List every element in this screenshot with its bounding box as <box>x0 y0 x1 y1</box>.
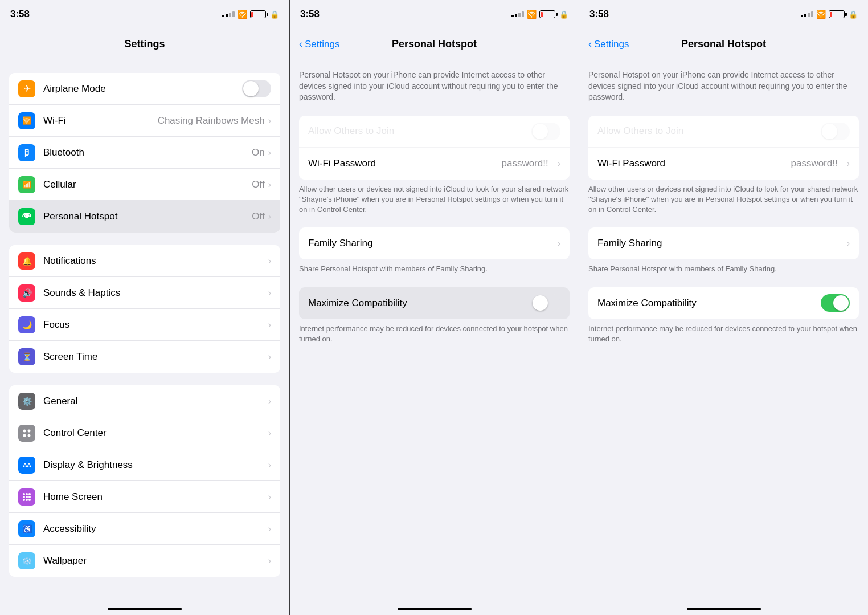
svg-point-13 <box>28 499 31 501</box>
back-button-3[interactable]: ‹ Settings <box>588 38 629 50</box>
accessibility-chevron: › <box>268 524 271 534</box>
compat-note-2: Internet performance may be reduced for … <box>299 324 570 344</box>
sounds-icon: 🔊 <box>18 284 35 302</box>
battery-icon-3 <box>829 10 845 18</box>
home-bar-1 <box>108 608 182 610</box>
section-system: ⚙️ General › Control Center › AA <box>0 385 289 577</box>
screen-time-chevron: › <box>268 352 271 362</box>
allow-others-toggle-3[interactable] <box>821 123 850 140</box>
row-accessibility[interactable]: ♿ Accessibility › <box>9 513 280 545</box>
nav-bar-3: ‹ Settings Personal Hotspot <box>579 28 868 60</box>
toggle-thumb <box>243 81 259 96</box>
signal-bar-2-3 <box>518 13 521 17</box>
back-label-3: Settings <box>594 39 629 50</box>
row-bluetooth[interactable]: Ꞵ Bluetooth On › <box>9 137 280 169</box>
toggle-thumb-2 <box>533 124 548 139</box>
signal-bar-3-1 <box>801 15 803 17</box>
status-bar-3: 3:58 🛜 🔒 <box>579 0 868 28</box>
row-wifi-password-3[interactable]: Wi-Fi Password password!! › <box>588 148 859 180</box>
row-cellular[interactable]: 📶 Cellular Off › <box>9 169 280 201</box>
row-allow-others-3[interactable]: Allow Others to Join <box>588 116 859 148</box>
screen-time-label: Screen Time <box>43 351 268 363</box>
row-sounds[interactable]: 🔊 Sounds & Haptics › <box>9 277 280 309</box>
signal-bar-3-3 <box>808 13 810 17</box>
allow-others-toggle-2[interactable] <box>531 123 560 140</box>
cellular-value: Off <box>252 179 264 190</box>
hotspot-note-2: Allow other users or devices not signed … <box>299 184 570 215</box>
display-chevron: › <box>268 460 271 470</box>
home-indicator-2 <box>290 596 579 615</box>
airplane-mode-toggle[interactable] <box>242 80 271 97</box>
bluetooth-value: On <box>252 147 265 158</box>
row-wallpaper[interactable]: ❄️ Wallpaper › <box>9 545 280 577</box>
hotspot-section-main-3: Allow Others to Join Wi-Fi Password pass… <box>579 116 868 180</box>
signal-bar-4 <box>232 11 235 17</box>
focus-icon: 🌙 <box>18 316 35 333</box>
hotspot-panel-on: 3:58 🛜 🔒 ‹ Settings Personal Hotspot Per… <box>579 0 868 615</box>
wifi-chevron: › <box>268 116 271 126</box>
row-family-sharing-3[interactable]: Family Sharing › <box>588 227 859 259</box>
row-screen-time[interactable]: ⏳ Screen Time › <box>9 341 280 373</box>
row-display-brightness[interactable]: AA Display & Brightness › <box>9 449 280 481</box>
row-airplane-mode[interactable]: ✈ Airplane Mode <box>9 73 280 105</box>
hotspot-section-family-3: Family Sharing › <box>579 227 868 259</box>
row-focus[interactable]: 🌙 Focus › <box>9 309 280 341</box>
row-family-sharing-2[interactable]: Family Sharing › <box>299 227 570 259</box>
row-control-center[interactable]: Control Center › <box>9 417 280 449</box>
hotspot-value: Off <box>252 211 264 222</box>
svg-point-11 <box>23 499 25 501</box>
row-maximize-compat-2[interactable]: Maximize Compatibility <box>299 287 570 319</box>
display-label: Display & Brightness <box>43 459 268 471</box>
signal-bar-3-2 <box>804 14 806 17</box>
accessibility-label: Accessibility <box>43 523 268 535</box>
row-wifi-password-2[interactable]: Wi-Fi Password password!! › <box>299 148 570 180</box>
status-bar-1: 3:58 🛜 🔒 <box>0 0 289 28</box>
back-chevron-2: ‹ <box>299 38 302 50</box>
maximize-compat-toggle-2[interactable] <box>531 294 560 312</box>
wallpaper-icon: ❄️ <box>18 552 35 569</box>
svg-point-6 <box>26 493 28 495</box>
group-connectivity: ✈ Airplane Mode 🛜 Wi-Fi Chasing Rainbows… <box>9 73 280 233</box>
allow-others-label-2: Allow Others to Join <box>308 125 525 137</box>
row-allow-others-2[interactable]: Allow Others to Join <box>299 116 570 148</box>
row-notifications[interactable]: 🔔 Notifications › <box>9 245 280 277</box>
battery-icon-1 <box>250 10 266 18</box>
svg-point-0 <box>25 215 28 218</box>
row-home-screen[interactable]: Home Screen › <box>9 481 280 513</box>
bluetooth-icon: Ꞵ <box>18 144 35 161</box>
notifications-icon: 🔔 <box>18 252 35 270</box>
maximize-compat-label-2: Maximize Compatibility <box>308 298 525 309</box>
control-center-chevron: › <box>268 428 271 438</box>
home-bar-3 <box>687 608 761 610</box>
status-icons-1: 🛜 🔒 <box>222 10 279 19</box>
status-time-1: 3:58 <box>10 9 30 20</box>
maximize-compat-label-3: Maximize Compatibility <box>597 298 814 309</box>
home-indicator-1 <box>0 596 289 615</box>
signal-bars-1 <box>222 11 235 17</box>
row-general[interactable]: ⚙️ General › <box>9 385 280 417</box>
toggle-thumb-3 <box>822 124 837 139</box>
hotspot-section-compat-2: Maximize Compatibility <box>290 287 579 319</box>
hotspot-label: Personal Hotspot <box>43 211 252 222</box>
svg-point-3 <box>23 434 26 437</box>
wifi-icon: 🛜 <box>18 112 35 129</box>
section-connectivity: ✈ Airplane Mode 🛜 Wi-Fi Chasing Rainbows… <box>0 73 289 233</box>
wallpaper-chevron: › <box>268 556 271 566</box>
airplane-mode-label: Airplane Mode <box>43 83 242 95</box>
control-center-label: Control Center <box>43 427 268 439</box>
back-button-2[interactable]: ‹ Settings <box>299 38 339 50</box>
hotspot-description-2: Personal Hotspot on your iPhone can prov… <box>299 70 570 103</box>
row-maximize-compat-3[interactable]: Maximize Compatibility <box>588 287 859 319</box>
hotspot-section-main-2: Allow Others to Join Wi-Fi Password pass… <box>290 116 579 180</box>
nav-title-2: Personal Hotspot <box>392 38 477 50</box>
hotspot-group-family-3: Family Sharing › <box>588 227 859 259</box>
maximize-compat-toggle-3[interactable] <box>821 294 850 312</box>
hotspot-section-family-2: Family Sharing › <box>290 227 579 259</box>
status-time-2: 3:58 <box>300 9 320 20</box>
row-personal-hotspot[interactable]: Personal Hotspot Off › <box>9 201 280 233</box>
cellular-icon: 📶 <box>18 176 35 193</box>
wifi-password-chevron-3: › <box>847 158 850 169</box>
row-wifi[interactable]: 🛜 Wi-Fi Chasing Rainbows Mesh › <box>9 105 280 137</box>
group-system: ⚙️ General › Control Center › AA <box>9 385 280 577</box>
screen-time-icon: ⏳ <box>18 348 35 365</box>
